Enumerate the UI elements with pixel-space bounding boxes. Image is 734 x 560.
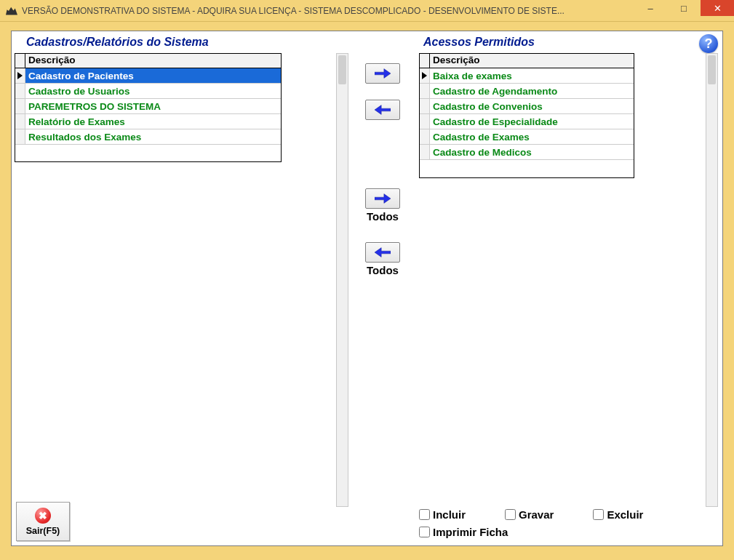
row-label: Relatório de Exames	[25, 114, 281, 129]
minimize-button[interactable]: –	[634, 0, 667, 16]
checkbox-imprimir-ficha[interactable]	[419, 527, 430, 537]
move-right-button[interactable]	[365, 63, 400, 84]
row-label: Cadastro de Usuarios	[25, 84, 281, 98]
cancel-icon: ✖	[35, 508, 51, 524]
option-label: Gravar	[519, 508, 554, 521]
maximize-button[interactable]: □	[667, 0, 701, 16]
svg-marker-1	[375, 105, 391, 115]
option-imprimir-ficha[interactable]: Imprimir Ficha	[419, 526, 508, 538]
grid-gutter-header	[420, 54, 430, 68]
sair-button[interactable]: ✖ Sair(F5)	[16, 502, 70, 541]
checkbox-excluir[interactable]	[593, 509, 604, 520]
table-row[interactable]: Cadastro de Especialidade	[420, 114, 634, 129]
row-label: Resultados dos Exames	[25, 129, 281, 144]
outer-stage: Cadastros/Relatórios do Sistema Acessos …	[7, 23, 727, 550]
column-header: Descrição	[430, 54, 634, 68]
option-label: Excluir	[607, 508, 643, 521]
app-icon	[6, 7, 17, 15]
left-scrollbar[interactable]	[336, 53, 348, 507]
option-gravar[interactable]: Gravar	[505, 508, 554, 521]
row-indicator	[420, 99, 430, 113]
row-indicator	[420, 145, 430, 159]
arrow-left-icon	[375, 247, 391, 257]
left-heading: Cadastros/Relatórios do Sistema	[26, 36, 209, 49]
row-label: Cadastro de Especialidade	[430, 114, 634, 129]
arrow-left-icon	[375, 105, 391, 115]
row-indicator	[15, 99, 25, 113]
grid-gutter-header	[15, 54, 25, 68]
option-row-1: Incluir Gravar Excluir	[419, 508, 643, 521]
right-heading: Acessos Permitidos	[423, 36, 535, 49]
table-row[interactable]: Cadastro de Convenios	[420, 99, 634, 114]
grid-rows: Baixa de examesCadastro de AgendamentoCa…	[420, 68, 634, 177]
checkbox-gravar[interactable]	[505, 509, 516, 520]
main-panel: Cadastros/Relatórios do Sistema Acessos …	[11, 31, 723, 546]
option-row-2: Imprimir Ficha	[419, 526, 508, 538]
table-row[interactable]: Cadastro de Usuarios	[15, 84, 281, 99]
row-indicator	[420, 114, 430, 129]
table-row[interactable]: PAREMETROS DO SISTEMA	[15, 99, 281, 114]
grid-rows: Cadastro de PacientesCadastro de Usuario…	[15, 68, 281, 161]
row-label: Cadastro de Medicos	[430, 145, 634, 159]
allowed-grid[interactable]: Descrição Baixa de examesCadastro de Age…	[419, 53, 634, 178]
close-button[interactable]: ✕	[701, 0, 734, 16]
row-indicator	[420, 68, 430, 83]
option-excluir[interactable]: Excluir	[593, 508, 643, 521]
title-bar: VERSÃO DEMONSTRATIVA DO SISTEMA - ADQUIR…	[0, 0, 734, 22]
row-label: Cadastro de Pacientes	[25, 68, 281, 83]
table-row[interactable]: Relatório de Exames	[15, 114, 281, 129]
svg-marker-0	[375, 69, 391, 79]
row-label: Cadastro de Exames	[430, 129, 634, 144]
grid-header: Descrição	[420, 54, 634, 68]
option-label: Imprimir Ficha	[433, 526, 508, 538]
arrow-right-icon	[375, 68, 391, 79]
arrow-right-icon	[375, 193, 391, 204]
table-row[interactable]: Cadastro de Agendamento	[420, 84, 634, 99]
row-label: Cadastro de Agendamento	[430, 84, 634, 98]
row-indicator	[15, 129, 25, 144]
table-row[interactable]: Cadastro de Medicos	[420, 145, 634, 160]
grid-header: Descrição	[15, 54, 281, 68]
scrollbar-thumb[interactable]	[338, 55, 346, 84]
column-header: Descrição	[25, 54, 281, 68]
window-controls: – □ ✕	[634, 0, 734, 16]
move-all-left-label: Todos	[361, 264, 404, 276]
row-indicator	[15, 114, 25, 129]
available-grid[interactable]: Descrição Cadastro de PacientesCadastro …	[15, 53, 282, 162]
table-row[interactable]: Resultados dos Exames	[15, 129, 281, 145]
row-label: PAREMETROS DO SISTEMA	[25, 99, 281, 113]
help-icon[interactable]: ?	[699, 34, 718, 53]
row-label: Baixa de exames	[430, 68, 634, 83]
sair-label: Sair(F5)	[26, 526, 60, 536]
table-row[interactable]: Cadastro de Exames	[420, 129, 634, 145]
checkbox-incluir[interactable]	[419, 509, 430, 520]
table-row[interactable]: Cadastro de Pacientes	[15, 68, 281, 84]
option-label: Incluir	[433, 508, 466, 521]
row-indicator	[15, 68, 25, 83]
right-scrollbar[interactable]	[706, 53, 718, 507]
svg-marker-2	[375, 194, 391, 204]
row-indicator	[15, 84, 25, 98]
row-label: Cadastro de Convenios	[430, 99, 634, 113]
move-all-left-button[interactable]	[365, 242, 400, 263]
svg-marker-3	[375, 248, 391, 257]
move-all-right-label: Todos	[361, 210, 404, 223]
scrollbar-thumb[interactable]	[708, 55, 716, 84]
window-title: VERSÃO DEMONSTRATIVA DO SISTEMA - ADQUIR…	[22, 6, 734, 16]
move-all-right-button[interactable]	[365, 188, 400, 209]
row-indicator	[420, 84, 430, 98]
row-indicator	[420, 129, 430, 144]
move-left-button[interactable]	[365, 100, 400, 120]
table-row[interactable]: Baixa de exames	[420, 68, 634, 84]
option-incluir[interactable]: Incluir	[419, 508, 466, 521]
